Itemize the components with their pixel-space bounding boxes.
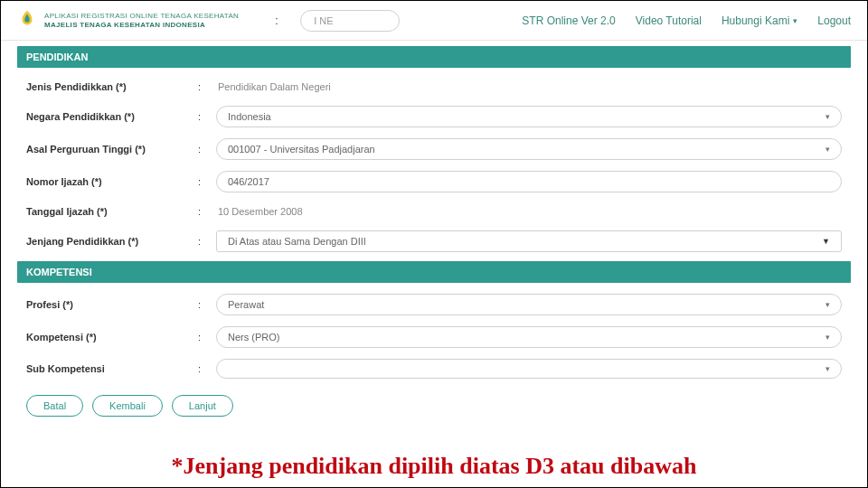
- row-tanggal-ijazah: Tanggal Ijazah (*) : 10 Desember 2008: [17, 198, 851, 225]
- row-sub-kompetensi: Sub Kompetensi : ▾: [17, 353, 851, 384]
- brand: APLIKASI REGISTRASI ONLINE TENAGA KESEHA…: [17, 9, 239, 32]
- select-negara-value: Indonesia: [228, 111, 271, 122]
- nav-str-online[interactable]: STR Online Ver 2.0: [522, 14, 615, 27]
- form-pendidikan: Jenis Pendidikkan (*) : Pendidikan Dalam…: [17, 68, 851, 261]
- nav-hubungi-label: Hubungi Kami: [722, 14, 789, 27]
- button-row: Batal Kembali Lanjut: [17, 388, 851, 417]
- nav-video-label: Video Tutorial: [636, 14, 702, 27]
- colon: :: [198, 236, 216, 247]
- row-jenis-pendidikan: Jenis Pendidikkan (*) : Pendidikan Dalam…: [17, 73, 851, 100]
- label-kompetensi: Kompetensi (*): [26, 332, 198, 343]
- row-asal-perguruan: Asal Perguruan Tinggi (*) : 001007 - Uni…: [17, 133, 851, 165]
- topbar: APLIKASI REGISTRASI ONLINE TENAGA KESEHA…: [1, 1, 867, 41]
- select-kompetensi[interactable]: Ners (PRO) ▾: [216, 326, 842, 348]
- chevron-down-icon: ▾: [826, 112, 830, 121]
- select-kompetensi-value: Ners (PRO): [228, 332, 279, 343]
- colon: :: [198, 206, 216, 217]
- brand-line1: APLIKASI REGISTRASI ONLINE TENAGA KESEHA…: [44, 12, 239, 21]
- app-window: APLIKASI REGISTRASI ONLINE TENAGA KESEHA…: [0, 0, 868, 488]
- kembali-button[interactable]: Kembali: [92, 395, 163, 417]
- colon: :: [198, 81, 216, 92]
- batal-button[interactable]: Batal: [26, 395, 83, 417]
- chevron-down-icon: ▾: [826, 333, 830, 342]
- select-negara[interactable]: Indonesia ▾: [216, 106, 842, 127]
- input-nomor-ijazah-field[interactable]: [228, 176, 830, 187]
- chevron-down-icon: ▾: [826, 145, 830, 154]
- section-header-pendidikan: PENDIDIKAN: [17, 46, 851, 68]
- nav-str-label: STR Online Ver 2.0: [522, 14, 615, 27]
- colon: :: [198, 176, 216, 187]
- section-header-kompetensi: KOMPETENSI: [17, 261, 851, 283]
- brand-text: APLIKASI REGISTRASI ONLINE TENAGA KESEHA…: [44, 12, 239, 30]
- slide-annotation: *Jenjang pendidikan dipilih diatas D3 at…: [1, 453, 867, 480]
- chevron-down-icon: ▾: [826, 364, 830, 373]
- select-jenjang-value: Di Atas atau Sama Dengan DIII: [228, 236, 366, 247]
- select-jenjang[interactable]: Di Atas atau Sama Dengan DIII ▼: [216, 230, 842, 252]
- nav-logout[interactable]: Logout: [817, 14, 851, 27]
- content: PENDIDIKAN Jenis Pendidikkan (*) : Pendi…: [1, 41, 867, 417]
- select-asal-value: 001007 - Universitas Padjadjaran: [228, 144, 375, 155]
- label-jenjang: Jenjang Pendidikkan (*): [26, 236, 198, 247]
- brand-logo-icon: [17, 9, 37, 32]
- nav-logout-label: Logout: [817, 14, 851, 27]
- colon: :: [198, 332, 216, 343]
- colon: :: [198, 144, 216, 155]
- row-profesi: Profesi (*) : Perawat ▾: [17, 288, 851, 321]
- value-jenis: Pendidikan Dalam Negeri: [216, 79, 842, 95]
- row-kompetensi: Kompetensi (*) : Ners (PRO) ▾: [17, 321, 851, 353]
- label-sub-kompetensi: Sub Kompetensi: [26, 363, 198, 374]
- chevron-down-icon: ▾: [826, 300, 830, 309]
- select-asal-perguruan[interactable]: 001007 - Universitas Padjadjaran ▾: [216, 138, 842, 160]
- label-jenis: Jenis Pendidikkan (*): [26, 81, 198, 92]
- row-nomor-ijazah: Nomor Ijazah (*) :: [17, 165, 851, 198]
- top-middle: : I NE: [239, 10, 522, 32]
- lanjut-button[interactable]: Lanjut: [172, 395, 233, 417]
- label-tanggal: Tanggal Ijazah (*): [26, 206, 198, 217]
- input-nomor-ijazah[interactable]: [216, 171, 842, 192]
- value-tanggal: 10 Desember 2008: [216, 203, 842, 220]
- label-negara: Negara Pendidikkan (*): [26, 111, 198, 122]
- chevron-down-icon: ▼: [822, 237, 830, 246]
- label-asal: Asal Perguruan Tinggi (*): [26, 144, 198, 155]
- select-sub-kompetensi[interactable]: ▾: [216, 359, 842, 379]
- nav-hubungi-kami[interactable]: Hubungi Kami▾: [722, 14, 797, 27]
- chevron-down-icon: ▾: [793, 16, 797, 25]
- row-jenjang-pendidikan: Jenjang Pendidikkan (*) : Di Atas atau S…: [17, 225, 851, 258]
- top-search-input[interactable]: I NE: [300, 10, 400, 32]
- nav-video-tutorial[interactable]: Video Tutorial: [636, 14, 702, 27]
- label-profesi: Profesi (*): [26, 299, 198, 310]
- label-nomor: Nomor Ijazah (*): [26, 176, 198, 187]
- select-profesi-value: Perawat: [228, 299, 264, 310]
- top-nav: STR Online Ver 2.0 Video Tutorial Hubung…: [522, 14, 851, 27]
- select-profesi[interactable]: Perawat ▾: [216, 294, 842, 315]
- separator: :: [275, 14, 282, 27]
- brand-line2: MAJELIS TENAGA KESEHATAN INDONESIA: [44, 21, 239, 30]
- row-negara-pendidikan: Negara Pendidikkan (*) : Indonesia ▾: [17, 100, 851, 133]
- colon: :: [198, 111, 216, 122]
- colon: :: [198, 363, 216, 374]
- colon: :: [198, 299, 216, 310]
- form-kompetensi: Profesi (*) : Perawat ▾ Kompetensi (*) :…: [17, 283, 851, 388]
